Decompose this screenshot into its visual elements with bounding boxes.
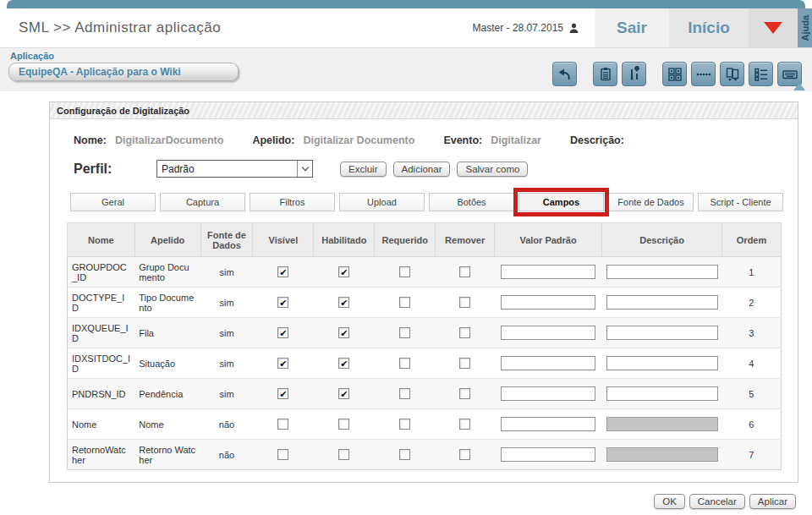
- visivel-checkbox[interactable]: [277, 449, 288, 460]
- requerido-checkbox[interactable]: [399, 358, 410, 369]
- valor-padrao-input[interactable]: [501, 417, 595, 431]
- remover-checkbox[interactable]: [459, 419, 470, 430]
- descricao-input[interactable]: [606, 356, 718, 370]
- visivel-checkbox[interactable]: [277, 419, 288, 430]
- visivel-checkbox[interactable]: [277, 327, 288, 338]
- user-info: Master - 28.07.2015: [473, 8, 579, 47]
- tab-campos[interactable]: Campos: [518, 193, 604, 211]
- aplicar-button[interactable]: Aplicar: [749, 494, 796, 509]
- valor-padrao-input[interactable]: [501, 326, 595, 340]
- valor-padrao-input[interactable]: [501, 265, 595, 279]
- apelido-cell: Fila: [134, 318, 200, 348]
- apelido-label: Apelido:: [252, 134, 294, 146]
- remover-checkbox[interactable]: [459, 297, 470, 308]
- habilitado-checkbox[interactable]: [338, 266, 349, 277]
- table-row: Nome Nome não 6: [68, 409, 782, 440]
- descricao-input[interactable]: [606, 295, 718, 310]
- footer-actions: OK Cancelar Aplicar: [49, 494, 798, 509]
- tab-script-cliente[interactable]: Script - Cliente: [698, 193, 783, 211]
- descricao-input[interactable]: [606, 386, 718, 401]
- requerido-checkbox[interactable]: [399, 327, 410, 338]
- col-ordem: Ordem: [722, 223, 782, 257]
- descricao-input[interactable]: [606, 417, 718, 431]
- ordem-cell: 2: [722, 288, 782, 318]
- remover-checkbox[interactable]: [459, 327, 470, 338]
- valor-padrao-input[interactable]: [501, 295, 595, 310]
- home-button[interactable]: Início: [669, 8, 749, 47]
- adicionar-button[interactable]: Adicionar: [393, 162, 451, 177]
- habilitado-checkbox[interactable]: [338, 327, 349, 338]
- col-habilitado: Habilitado: [314, 223, 375, 257]
- remover-checkbox[interactable]: [459, 388, 470, 399]
- valor-padrao-input[interactable]: [501, 447, 595, 462]
- application-label: Aplicação: [10, 51, 239, 61]
- descricao-input[interactable]: [606, 447, 718, 462]
- dots-icon[interactable]: [691, 62, 716, 86]
- remover-checkbox[interactable]: [459, 449, 470, 460]
- perfil-selected-value: Padrão: [162, 163, 195, 175]
- perfil-select[interactable]: Padrão: [156, 160, 313, 178]
- modules-icon[interactable]: [662, 62, 687, 86]
- collapse-up-icon[interactable]: [793, 83, 805, 90]
- descricao-input[interactable]: [606, 265, 718, 279]
- apelido-cell: Grupo Documento: [134, 257, 200, 288]
- ok-button[interactable]: OK: [654, 494, 685, 509]
- tab-geral[interactable]: Geral: [70, 193, 156, 211]
- visivel-checkbox[interactable]: [277, 388, 288, 399]
- nome-cell: IDXQUEUE_ID: [68, 318, 135, 348]
- visivel-checkbox[interactable]: [277, 266, 288, 277]
- application-bar: Aplicação EquipeQA - Aplicação para o Wi…: [0, 47, 812, 91]
- habilitado-checkbox[interactable]: [338, 388, 349, 399]
- tab-botoes[interactable]: Botões: [429, 193, 514, 211]
- tools-icon[interactable]: [622, 62, 646, 86]
- tab-filtros[interactable]: Filtros: [250, 193, 335, 211]
- visivel-checkbox[interactable]: [277, 358, 288, 369]
- requerido-checkbox[interactable]: [399, 266, 410, 277]
- checklist-icon[interactable]: [749, 62, 773, 86]
- tab-captura[interactable]: Captura: [160, 193, 245, 211]
- table-row: GROUPDOC_ID Grupo Documento sim 1: [68, 257, 782, 288]
- logout-button[interactable]: Sair: [595, 8, 669, 47]
- log-icon[interactable]: [593, 62, 617, 86]
- remover-checkbox[interactable]: [459, 266, 470, 277]
- habilitado-checkbox[interactable]: [338, 297, 349, 308]
- tab-upload[interactable]: Upload: [339, 193, 425, 211]
- visivel-checkbox[interactable]: [277, 297, 288, 308]
- top-accent-strip: [7, 0, 805, 8]
- ordem-cell: 4: [722, 348, 782, 379]
- evento-value: Digitalizar: [491, 134, 541, 146]
- ordem-cell: 3: [722, 318, 782, 348]
- documents-icon[interactable]: [720, 62, 744, 86]
- help-tab[interactable]: Ajuda: [798, 8, 812, 47]
- nome-cell: DOCTYPE_ID: [68, 288, 135, 318]
- requerido-checkbox[interactable]: [399, 388, 410, 399]
- salvar-como-button[interactable]: Salvar como: [457, 162, 528, 177]
- habilitado-checkbox[interactable]: [338, 419, 349, 430]
- excluir-button[interactable]: Excluir: [340, 162, 387, 177]
- toolbar: [552, 60, 802, 88]
- habilitado-checkbox[interactable]: [338, 358, 349, 369]
- valor-padrao-input[interactable]: [501, 386, 595, 401]
- col-apelido: Apelido: [134, 223, 200, 257]
- application-selector-button[interactable]: EquipeQA - Aplicação para o Wiki: [8, 63, 239, 81]
- ordem-cell: 6: [722, 409, 782, 440]
- descricao-input[interactable]: [606, 326, 718, 340]
- perfil-row: Perfil: Padrão Excluir Adicionar Salvar …: [74, 160, 787, 178]
- undo-icon[interactable]: [552, 62, 577, 86]
- summary-fields: Nome: DigitalizarDocumento Apelido: Digi…: [74, 134, 787, 146]
- menu-dropdown-button[interactable]: [749, 8, 798, 47]
- habilitado-checkbox[interactable]: [338, 449, 349, 460]
- valor-padrao-input[interactable]: [501, 356, 595, 370]
- requerido-checkbox[interactable]: [399, 419, 410, 430]
- requerido-checkbox[interactable]: [399, 297, 410, 308]
- cancelar-button[interactable]: Cancelar: [689, 494, 745, 509]
- col-visivel: Visível: [253, 223, 314, 257]
- requerido-checkbox[interactable]: [399, 449, 410, 460]
- fonte-cell: sim: [200, 257, 253, 288]
- tab-fonte-de-dados[interactable]: Fonte de Dados: [608, 193, 694, 211]
- apelido-cell: Retorno Watcher: [134, 440, 200, 470]
- remover-checkbox[interactable]: [459, 358, 470, 369]
- table-row: PNDRSN_ID Pendência sim 5: [68, 379, 782, 409]
- apelido-cell: Nome: [134, 409, 200, 440]
- table-row: IDXSITDOC_ID Situação sim 4: [68, 348, 782, 379]
